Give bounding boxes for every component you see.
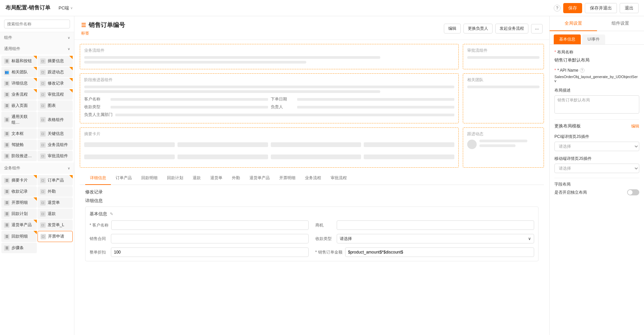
tab-invoice-detail[interactable]: 开票明细 — [275, 172, 300, 185]
sidebar-item-stage[interactable]: ☰ 阶段推进… — [1, 151, 37, 161]
discount-input[interactable] — [111, 247, 309, 257]
edit-button[interactable]: 编辑 — [444, 24, 461, 33]
placeholder — [84, 56, 380, 59]
component-icon: ☰ — [4, 189, 9, 194]
help-icon[interactable]: ? — [554, 5, 560, 11]
approval-section: 审批流组件 — [463, 44, 544, 69]
sidebar-item-detail[interactable]: ☰ 详细信息 — [1, 78, 37, 89]
canvas-header-actions: 编辑 更换负责人 发起业务流程 ··· — [444, 24, 543, 33]
tab-detail[interactable]: 详细信息 — [85, 172, 111, 185]
sidebar-item-shipment[interactable]: □ 发货单_L — [38, 220, 73, 230]
mobile-plugin-field: 移动端详情页JS插件 请选择 — [554, 156, 639, 173]
corner-mark — [33, 78, 37, 81]
common-section[interactable]: 通用组件 ∨ — [0, 43, 74, 54]
exit-button[interactable]: 退出 — [620, 3, 639, 13]
placeholder — [479, 144, 516, 147]
sidebar-item-summary-card[interactable]: ☰ 摘要卡片 — [1, 175, 37, 186]
summary-card — [177, 154, 268, 159]
mobile-plugin-select[interactable]: 请选择 — [554, 164, 639, 173]
tab-global-settings[interactable]: 全局设置 — [550, 16, 597, 31]
more-button[interactable]: ··· — [531, 24, 543, 33]
deal-field-input[interactable] — [337, 220, 534, 230]
sidebar-item-invoice-detail[interactable]: ☰ 开票明细 — [1, 197, 37, 208]
change-template-link[interactable]: 编辑 — [631, 123, 639, 129]
layout-desc-input[interactable]: 销售订单默认布局 — [554, 95, 639, 114]
sidebar-item-repayment[interactable]: ☰ 回款计划 — [1, 209, 37, 219]
toggle-row: 是否开启独立布局 — [554, 189, 639, 195]
sidebar-item-modify[interactable]: □ 修改记录 — [38, 78, 73, 89]
tab-outside[interactable]: 外勤 — [227, 172, 245, 185]
contract-field-input[interactable] — [111, 234, 309, 243]
subtab-ui-event[interactable]: UI事件 — [582, 34, 605, 44]
sidebar-item-key-info[interactable]: □ 关键信息 — [38, 128, 73, 139]
sidebar-item-invoice-apply[interactable]: □ 开票申请 — [38, 231, 73, 242]
sidebar-item-return-goods[interactable]: □ 退货单 — [38, 197, 73, 208]
right-panel-tabs: 全局设置 组件设置 — [550, 16, 644, 31]
sidebar-item-chart[interactable]: □ 图表 — [38, 100, 73, 111]
pc-plugin-select[interactable]: 请选择 — [554, 142, 639, 151]
sidebar-item-zhaiyao[interactable]: □ 摘要信息 — [38, 56, 73, 66]
save-button[interactable]: 保存 — [563, 3, 582, 13]
api-name-field: * API Name ? SalesOrderObj_layout_genera… — [554, 68, 639, 83]
canvas-title-area: ☰ 销售订单编号 标签 — [81, 21, 125, 36]
tab-workflow[interactable]: 业务流程 — [300, 172, 326, 185]
save-exit-button[interactable]: 保存并退出 — [585, 3, 617, 13]
tab-return[interactable]: 退款 — [188, 172, 206, 185]
canvas-header: ☰ 销售订单编号 标签 编辑 更换负责人 发起业务流程 ··· — [74, 16, 549, 40]
device-selector[interactable]: PC端 ∨ — [58, 5, 73, 11]
payment-type-select[interactable]: 请选择 ∨ — [337, 234, 534, 243]
corner-mark — [33, 231, 37, 234]
form-field-discount: 整单折扣 — [90, 247, 309, 257]
sidebar-item-text[interactable]: ☰ 文本框 — [1, 128, 37, 139]
toggle-switch[interactable] — [627, 189, 639, 195]
start-workflow-button[interactable]: 发起业务流程 — [495, 24, 528, 33]
search-input[interactable] — [4, 20, 70, 28]
sidebar-item-payment-detail[interactable]: ☰ 回款明细 — [1, 231, 37, 242]
placeholder — [467, 86, 540, 88]
field-layout-toggle-label: 是否开启独立布局 — [554, 190, 587, 195]
tab-order-product[interactable]: 订单产品 — [111, 172, 137, 185]
change-template-field: 更换布局模板 编辑 — [554, 123, 639, 129]
sidebar-item-payment-record[interactable]: ☰ 收款记录 — [1, 186, 37, 197]
sidebar-item-steps[interactable]: ☰ 步骤条 — [1, 243, 37, 253]
center-canvas: ☰ 销售订单编号 标签 编辑 更换负责人 发起业务流程 ··· 业务流组件 — [74, 16, 549, 335]
arrow-down-icon: ∨ — [68, 47, 70, 51]
sidebar-item-table[interactable]: □ 表格组件 — [38, 112, 73, 128]
tab-repayment-plan[interactable]: 回款计划 — [162, 172, 188, 185]
sidebar-item-approval-comp[interactable]: □ 审批流组件 — [38, 151, 73, 161]
subtab-basic[interactable]: 基本信息 — [554, 34, 581, 44]
api-name-help-icon[interactable]: ? — [580, 68, 585, 73]
divider-2 — [554, 178, 639, 178]
discount-label: 整单折扣 — [90, 249, 108, 255]
tab-return-product[interactable]: 退货单产品 — [245, 172, 275, 185]
tab-return-goods[interactable]: 退货单 — [206, 172, 227, 185]
component-section[interactable]: 组件 ∨ — [0, 32, 74, 43]
tab-approval[interactable]: 审批流程 — [326, 172, 352, 185]
sidebar-item-order-product[interactable]: □ 订单产品 — [38, 175, 73, 186]
sidebar-item-outside[interactable]: □ 外勤 — [38, 186, 73, 197]
sidebar-item-cockpit[interactable]: ☰ 驾驶舱 — [1, 140, 37, 150]
sidebar-item-biaoqian[interactable]: ☰ 标题和按钮 — [1, 56, 37, 66]
customer-field-input[interactable] — [111, 220, 308, 230]
business-section[interactable]: 业务组件 ∨ — [0, 163, 74, 174]
placeholder — [84, 90, 380, 93]
sidebar-item-relation[interactable]: ☰ 通用关联组… — [1, 112, 37, 128]
sidebar-item-return-product[interactable]: ☰ 退货单产品 — [1, 220, 37, 230]
change-owner-button[interactable]: 更换负责人 — [463, 24, 493, 33]
component-icon: ☰ — [4, 178, 9, 183]
tab-component-settings[interactable]: 组件设置 — [597, 16, 644, 31]
sidebar-item-refund[interactable]: □ 退款 — [38, 209, 73, 219]
component-icon: ☰ — [4, 117, 9, 122]
sidebar-item-workflow-comp[interactable]: □ 业务流组件 — [38, 140, 73, 150]
field-row-payment: 收款类型 负责人 — [84, 104, 454, 110]
component-icon: ☰ — [4, 222, 9, 228]
order-amount-input[interactable] — [345, 247, 534, 257]
sidebar-item-embed[interactable]: ☰ 嵌入页面 — [1, 100, 37, 111]
sidebar-item-related-team[interactable]: 👥 相关团队 — [1, 67, 37, 77]
sidebar-item-approval[interactable]: □ 审批流程 — [38, 89, 73, 100]
edit-icon[interactable]: ✎ — [110, 212, 113, 216]
sidebar-item-follow[interactable]: □ 跟进动态 — [38, 67, 73, 77]
summary-cards-2 — [84, 152, 454, 164]
sidebar-item-workflow[interactable]: ☰ 业务流程 — [1, 89, 37, 100]
tab-refund-detail[interactable]: 回款明细 — [137, 172, 162, 185]
